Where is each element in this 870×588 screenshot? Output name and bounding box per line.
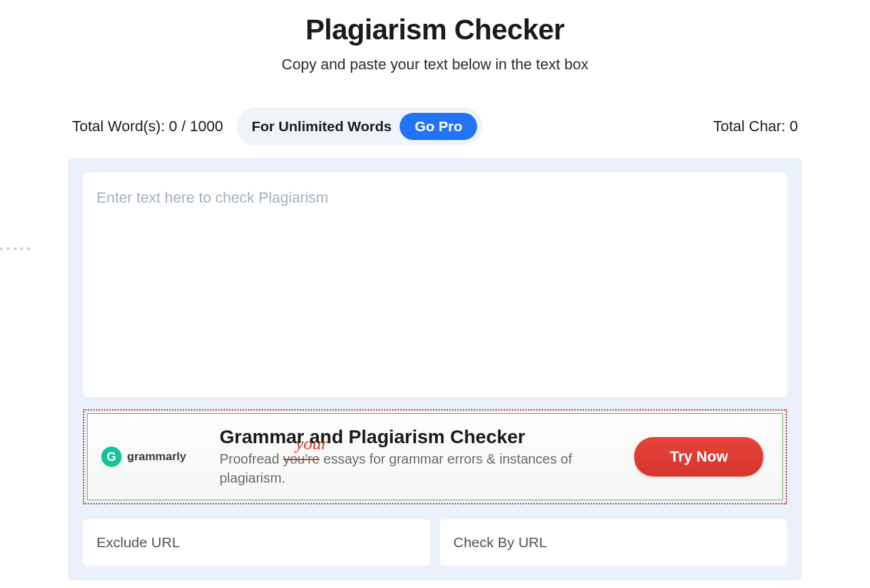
- check-by-url-input[interactable]: [440, 519, 787, 566]
- go-pro-button[interactable]: Go Pro: [400, 113, 477, 140]
- grammarly-icon: G: [101, 447, 122, 467]
- page-title: Plagiarism Checker: [68, 14, 802, 46]
- ad-logo-text: grammarly: [127, 450, 186, 464]
- ad-logo: G grammarly: [101, 447, 203, 467]
- ad-content: Grammar and Plagiarism Checker your Proo…: [220, 426, 618, 487]
- ad-correction-text: your: [296, 432, 328, 456]
- ad-desc-prefix: Proofread: [220, 451, 283, 466]
- plagiarism-input[interactable]: [83, 173, 787, 397]
- decorative-dots: [0, 247, 30, 250]
- exclude-url-input[interactable]: [83, 519, 430, 566]
- main-panel: G grammarly Grammar and Plagiarism Check…: [68, 158, 802, 581]
- try-now-button[interactable]: Try Now: [634, 437, 763, 477]
- word-count: Total Word(s): 0 / 1000: [72, 118, 223, 135]
- pro-label: For Unlimited Words: [251, 118, 392, 135]
- header-section: Plagiarism Checker Copy and paste your t…: [68, 14, 802, 73]
- ad-title: Grammar and Plagiarism Checker: [220, 426, 618, 448]
- ad-banner[interactable]: G grammarly Grammar and Plagiarism Check…: [87, 413, 783, 500]
- pro-pill: For Unlimited Words Go Pro: [237, 107, 483, 145]
- ad-wrapper: G grammarly Grammar and Plagiarism Check…: [83, 409, 787, 504]
- char-count: Total Char: 0: [713, 118, 798, 135]
- stats-row: Total Word(s): 0 / 1000 For Unlimited Wo…: [68, 107, 802, 145]
- page-subtitle: Copy and paste your text below in the te…: [68, 56, 802, 73]
- ad-description: your Proofread you're essays for grammar…: [220, 449, 618, 487]
- url-input-row: [83, 519, 787, 566]
